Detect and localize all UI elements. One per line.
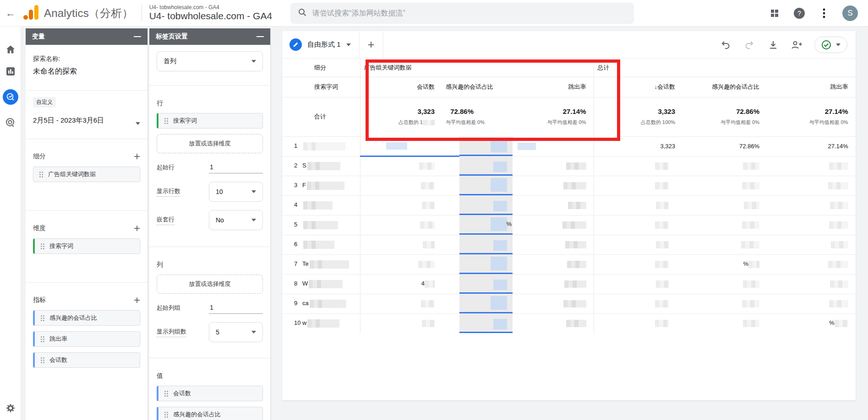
metric-chip[interactable]: 感兴趣的会话占比 xyxy=(33,310,140,326)
selected-cell[interactable] xyxy=(459,156,513,176)
first-column-dropdown[interactable]: 首列 xyxy=(157,51,263,71)
cell-bounce-total[interactable] xyxy=(767,215,856,235)
col-header-engaged[interactable]: 感兴趣的会话占比 xyxy=(682,77,767,97)
share-add-user-icon[interactable] xyxy=(791,38,803,51)
cell-bounce-total[interactable] xyxy=(767,176,856,195)
download-icon[interactable] xyxy=(767,38,780,51)
cell-search-term[interactable]: 10w xyxy=(282,313,360,333)
show-colgroups-dropdown[interactable]: 5 xyxy=(209,322,263,342)
drop-dimension-zone[interactable]: 放置或选择维度 xyxy=(157,275,263,294)
cell-engaged-total[interactable] xyxy=(682,294,767,313)
global-search[interactable] xyxy=(290,3,634,24)
account-switcher[interactable]: U4- tobwholesale.com - GA4 U4- tobwholes… xyxy=(142,5,272,22)
start-colgroup-input[interactable]: 1 xyxy=(209,302,263,314)
cell-search-term[interactable]: 9ca xyxy=(282,294,360,313)
metric-chip[interactable]: 会话数 xyxy=(33,352,140,368)
nav-reports-icon[interactable] xyxy=(0,60,21,82)
cell-bounce-total[interactable] xyxy=(767,195,856,215)
cell-search-term[interactable]: 1 xyxy=(282,136,360,156)
date-range-picker[interactable]: 自定义 2月5日 - 2023年3月6日 xyxy=(33,97,140,132)
value-metric-chip[interactable]: 会话数 xyxy=(157,386,263,401)
cell-engaged-total[interactable] xyxy=(682,176,767,195)
help-icon[interactable]: ? xyxy=(793,7,806,20)
nested-rows-dropdown[interactable]: No xyxy=(209,210,263,230)
google-apps-grid-icon[interactable] xyxy=(768,7,781,20)
exploration-name-value[interactable]: 未命名的探索 xyxy=(33,67,140,76)
selected-cell[interactable] xyxy=(459,195,513,215)
cell-sessions[interactable] xyxy=(360,254,442,274)
cell-search-term[interactable]: 3F xyxy=(282,176,360,195)
add-dimension-button[interactable]: + xyxy=(134,224,140,233)
cell-sessions[interactable] xyxy=(360,195,442,215)
selected-cell[interactable]: % xyxy=(459,215,513,235)
cell-engaged-total[interactable] xyxy=(682,235,767,254)
cell-engaged-total[interactable] xyxy=(682,313,767,333)
cell-sessions-total[interactable] xyxy=(594,176,682,195)
selected-cell[interactable] xyxy=(459,254,513,274)
cell-sessions-total[interactable] xyxy=(594,294,682,313)
nav-home-icon[interactable] xyxy=(0,38,21,60)
selected-cell[interactable] xyxy=(459,176,513,195)
back-arrow-icon[interactable]: ← xyxy=(0,7,21,19)
cell-sessions-total[interactable] xyxy=(594,235,682,254)
selected-cell[interactable] xyxy=(459,274,513,294)
cell-bounce-total[interactable] xyxy=(767,156,856,176)
cell-search-term[interactable]: 5 xyxy=(282,215,360,235)
selected-cell[interactable] xyxy=(459,294,513,313)
drop-dimension-zone[interactable]: 放置或选择维度 xyxy=(157,134,263,153)
cell-sessions[interactable] xyxy=(360,235,442,254)
status-saved-button[interactable] xyxy=(814,37,847,53)
cell-sessions[interactable] xyxy=(360,294,442,313)
cell-sessions-total[interactable] xyxy=(594,195,682,215)
add-metric-button[interactable]: + xyxy=(134,296,140,305)
cell-bounce-total[interactable]: % xyxy=(767,313,856,333)
cell-sessions[interactable] xyxy=(360,176,442,195)
cell-bounce-total[interactable] xyxy=(767,235,856,254)
cell-search-term[interactable]: 6 xyxy=(282,235,360,254)
total-cell[interactable]: 72.86% 与平均值相差 0% xyxy=(682,97,767,136)
total-cell[interactable]: 27.14% 与平均值相差 0% xyxy=(767,97,856,136)
value-metric-chip[interactable]: 感兴趣的会话占比 xyxy=(157,407,263,420)
nav-explore-icon-active[interactable] xyxy=(0,86,21,108)
cell-sessions[interactable]: 4 xyxy=(360,274,442,294)
cell-bounce-total[interactable] xyxy=(767,274,856,294)
cell-sessions[interactable] xyxy=(360,215,442,235)
selected-cell[interactable] xyxy=(459,313,513,333)
search-input[interactable] xyxy=(312,9,627,17)
add-tab-button[interactable]: + xyxy=(360,31,383,58)
cell-sessions-total[interactable] xyxy=(594,274,682,294)
cell-sessions-total[interactable] xyxy=(594,156,682,176)
undo-icon[interactable] xyxy=(719,38,732,51)
cell-bounce-total[interactable] xyxy=(767,254,856,274)
cell-engaged-total[interactable] xyxy=(682,274,767,294)
tab-freeform-1[interactable]: 自由形式 1 xyxy=(282,31,360,58)
cell-search-term[interactable]: 2S xyxy=(282,156,360,176)
segment-chip[interactable]: 广告组关键词数据 xyxy=(33,167,140,182)
cell-search-term[interactable]: 4 xyxy=(282,195,360,215)
minimize-panel-button[interactable] xyxy=(257,36,264,37)
cell-engaged-total[interactable]: % xyxy=(682,254,767,274)
add-segment-button[interactable]: + xyxy=(134,152,140,161)
col-header-bounce[interactable]: 跳出率 xyxy=(767,77,856,97)
more-vert-icon[interactable] xyxy=(818,7,830,20)
cell-sessions-total[interactable] xyxy=(594,215,682,235)
cell-search-term[interactable]: 8W xyxy=(282,274,360,294)
cell-search-term[interactable]: 7Te xyxy=(282,254,360,274)
admin-gear-icon[interactable] xyxy=(0,403,21,414)
cell-sessions-total[interactable] xyxy=(594,254,682,274)
user-avatar[interactable]: S xyxy=(842,5,858,21)
cell-engaged-total[interactable] xyxy=(682,195,767,215)
cell-bounce-total[interactable] xyxy=(767,294,856,313)
cell-bounce-total[interactable]: 27.14% xyxy=(767,136,856,156)
nav-advertising-icon[interactable] xyxy=(0,112,21,134)
show-rows-dropdown[interactable]: 10 xyxy=(209,182,263,202)
selected-cell[interactable] xyxy=(459,235,513,254)
row-dimension-chip[interactable]: 搜索字词 xyxy=(157,113,263,129)
cell-sessions[interactable] xyxy=(360,156,442,176)
cell-engaged-total[interactable]: 72.86% xyxy=(682,136,767,156)
cell-sessions[interactable] xyxy=(360,313,442,333)
minimize-panel-button[interactable] xyxy=(134,36,141,37)
dimension-chip[interactable]: 搜索字词 xyxy=(33,238,140,254)
cell-engaged-total[interactable] xyxy=(682,215,767,235)
metric-chip[interactable]: 跳出率 xyxy=(33,331,140,347)
